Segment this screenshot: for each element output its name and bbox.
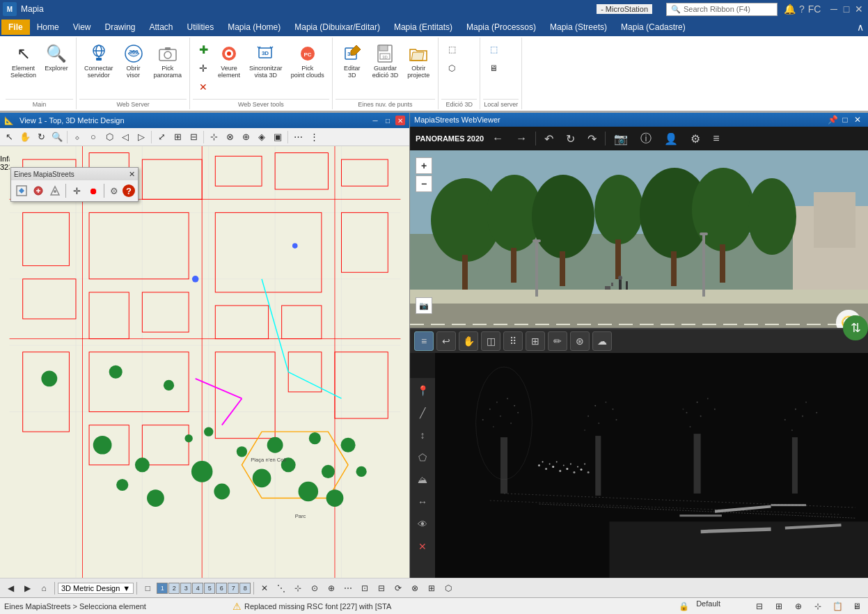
menu-mapia-home[interactable]: Mapia (Home) (221, 19, 287, 35)
bt-tool9[interactable]: ⟳ (390, 581, 406, 596)
toggle-sections-button[interactable]: ⇅ (843, 315, 868, 340)
pc-ruler-button[interactable]: ↕ (413, 425, 432, 445)
cad-arrow-tool[interactable]: ↖ (1, 129, 17, 145)
view-element-button[interactable]: Veureelement (214, 40, 244, 81)
open-viewer-button[interactable]: 360 Obrirvisor (118, 40, 149, 81)
cad-tool10[interactable]: ◈ (254, 129, 269, 145)
view-tab-6[interactable]: 6 (216, 583, 227, 594)
cad-tool9[interactable]: ⊕ (238, 129, 253, 145)
cad-grid-tool[interactable]: ⊹ (206, 129, 221, 145)
pc-layers-button[interactable]: ⊛ (570, 331, 590, 351)
pointcloud-image[interactable] (435, 353, 868, 578)
cad-restore-button[interactable]: □ (383, 116, 393, 125)
view-tab-1[interactable]: 1 (157, 583, 168, 594)
bt-tool12[interactable]: ⬡ (441, 581, 456, 596)
tools-tool2[interactable] (31, 183, 46, 198)
restore-button[interactable]: □ (840, 3, 853, 15)
pano-info-button[interactable]: ⓘ (636, 130, 656, 148)
pc-delete-button[interactable]: ✕ (413, 537, 432, 556)
cad-tool11[interactable]: ▣ (270, 129, 285, 145)
cad-tool2[interactable]: ○ (86, 129, 101, 145)
menu-mapia-processos[interactable]: Mapia (Processos) (459, 19, 543, 35)
open-project-button[interactable]: Obrirprojecte (403, 40, 434, 81)
status-btn5[interactable]: 📋 (830, 599, 844, 613)
cad-close-button[interactable]: ✕ (395, 116, 405, 125)
delete-tool-button[interactable]: ✕ (194, 78, 212, 96)
cad-map[interactable]: Plaça n'en Coll ParcInfantil Carrer d'Or… (0, 146, 409, 578)
cad-tool3[interactable]: ⬡ (102, 129, 117, 145)
cad-tool4[interactable]: ◁ (118, 129, 133, 145)
pc-3d-view-button[interactable]: ◫ (481, 331, 500, 351)
pano-forward-button[interactable]: ↷ (583, 131, 601, 147)
pano-next-button[interactable]: → (512, 131, 531, 146)
search-ribbon[interactable]: 🔍 Search Ribbon (F4) (666, 3, 778, 16)
edicio-btn2[interactable]: ⬡ (443, 59, 461, 77)
add-tool-button[interactable]: ✚ (194, 40, 212, 58)
cad-minimize-button[interactable]: ─ (370, 116, 380, 125)
tools-panel-titlebar[interactable]: Eines MapiaStreets ✕ (11, 168, 138, 180)
pc-terrain-button[interactable]: ⛰ (413, 470, 432, 489)
bt-tool7[interactable]: ⊡ (357, 581, 372, 596)
save-edit-3d-button[interactable]: 3D Guardaredició 3D (369, 40, 402, 81)
tools-settings-button[interactable]: ⚙ (107, 184, 121, 198)
bt-tool4[interactable]: ⊙ (307, 581, 322, 596)
explorer-button[interactable]: 🔍 Explorer (41, 40, 72, 74)
viewer-pin-button[interactable]: 📌 (826, 113, 839, 126)
bt-tool3[interactable]: ⊹ (290, 581, 306, 596)
view-tab-5[interactable]: 5 (204, 583, 215, 594)
help-icon[interactable]: ? (796, 3, 808, 15)
cad-tool13[interactable]: ⋮ (306, 129, 322, 145)
tools-panel-close[interactable]: ✕ (129, 170, 135, 179)
minimize-button[interactable]: ─ (828, 3, 840, 15)
menu-attach[interactable]: Attach (143, 19, 180, 35)
bt-tool5[interactable]: ⊕ (324, 581, 339, 596)
bt-tool8[interactable]: ⊟ (374, 581, 389, 596)
local-server-btn1[interactable]: ⬚ (484, 40, 503, 58)
cad-rotate-tool[interactable]: ↻ (33, 129, 49, 145)
pc-dots-button[interactable]: ⠿ (503, 331, 523, 351)
pc-polygon-button[interactable]: ⬠ (413, 448, 432, 467)
menu-mapia-streets[interactable]: Mapia (Streets) (543, 19, 614, 35)
pano-back-button[interactable]: ↶ (540, 131, 558, 147)
cad-tool1[interactable]: ⬦ (70, 129, 85, 145)
cad-pan-tool[interactable]: ✋ (17, 129, 33, 145)
pc-eye-button[interactable]: 👁 (413, 514, 432, 534)
menu-utilities[interactable]: Utilities (180, 19, 221, 35)
bt-tool2[interactable]: ⋱ (274, 581, 289, 596)
cad-tool5[interactable]: ▷ (134, 129, 149, 145)
pc-hand-button[interactable]: ✋ (459, 331, 478, 351)
bt-tool6[interactable]: ⋯ (340, 581, 356, 596)
menu-drawing[interactable]: Drawing (97, 19, 142, 35)
bt-tool10[interactable]: ⊗ (407, 581, 423, 596)
status-btn2[interactable]: ⊞ (772, 599, 786, 613)
menu-home[interactable]: Home (30, 19, 66, 35)
design-selector[interactable]: 3D Metric Design ▼ (58, 583, 134, 594)
pick-panorama-button[interactable]: Pickpanorama (150, 40, 186, 81)
pc-grid-button[interactable]: ⊞ (526, 331, 545, 351)
close-button[interactable]: ✕ (853, 3, 865, 15)
menu-mapia-cadastre[interactable]: Mapia (Cadastre) (614, 19, 693, 35)
cad-map-content[interactable]: Plaça n'en Coll ParcInfantil Carrer d'Or… (0, 146, 409, 578)
view-tab-8[interactable]: 8 (239, 583, 251, 594)
pc-location-button[interactable]: 📍 (413, 381, 432, 400)
pano-person-button[interactable]: 👤 (660, 131, 682, 147)
pc-arrows-button[interactable]: ↔ (413, 492, 432, 512)
status-btn3[interactable]: ⊕ (791, 599, 805, 613)
pano-zoom-in-button[interactable]: + (416, 157, 432, 174)
tools-help-button[interactable]: ? (123, 184, 135, 197)
pc-cursor-button[interactable]: ↩ (436, 331, 456, 351)
ribbon-minimize-button[interactable]: ∧ (854, 21, 867, 33)
cad-tool8[interactable]: ⊗ (222, 129, 237, 145)
bt-tool11[interactable]: ⊞ (424, 581, 439, 596)
edit-3d-button[interactable]: 3D Editar3D (337, 40, 368, 81)
view-tab-2[interactable]: 2 (168, 583, 180, 594)
pano-prev-button[interactable]: ← (488, 131, 507, 146)
bt-layout-button[interactable]: □ (140, 581, 155, 596)
status-btn4[interactable]: ⊹ (811, 599, 825, 613)
tools-record-tool[interactable]: ⏺ (86, 183, 101, 198)
pano-settings-button[interactable]: ⚙ (686, 131, 704, 147)
tools-move-tool[interactable]: ✛ (69, 183, 84, 198)
bt-home-button[interactable]: ⌂ (36, 581, 52, 596)
pc-brush-button[interactable]: ✏ (548, 331, 567, 351)
cad-tool6[interactable]: ⊞ (170, 129, 185, 145)
